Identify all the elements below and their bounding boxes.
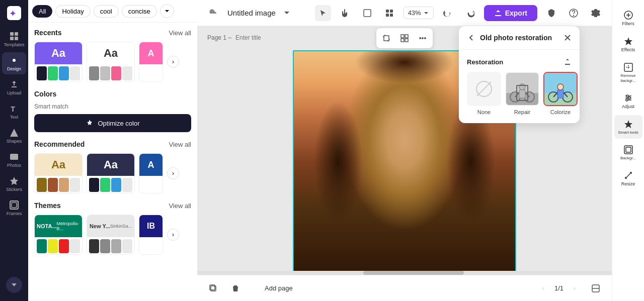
recommended-card-beige[interactable]: Aa	[34, 153, 83, 193]
right-tool-background[interactable]: Backgr...	[614, 141, 642, 164]
restoration-panel-body: Restoration None	[459, 50, 580, 123]
recents-title: Recents	[34, 29, 61, 37]
crop-icon	[382, 34, 390, 42]
help-button[interactable]	[566, 5, 582, 21]
doc-dropdown-button[interactable]	[282, 8, 292, 18]
shield-button[interactable]	[543, 5, 559, 21]
bottom-bar: Add page ‹ 1/1 ›	[197, 275, 612, 301]
restoration-option-repair[interactable]: Repair	[505, 72, 539, 115]
frame-tool-button[interactable]	[359, 5, 375, 21]
right-tool-smart-tools[interactable]: Smart tools	[614, 115, 642, 139]
delete-page-button[interactable]	[227, 280, 244, 296]
undo-button[interactable]	[440, 5, 456, 21]
svg-point-20	[574, 15, 574, 16]
tags-more-button[interactable]	[160, 4, 174, 18]
close-icon	[564, 34, 572, 42]
svg-point-52	[626, 95, 628, 97]
canvas-crop-button[interactable]	[378, 30, 394, 46]
theme-card-metropolis[interactable]: NOTA... Metropolis-B...	[34, 215, 83, 255]
zoom-control[interactable]: 43%	[404, 7, 434, 19]
svg-rect-21	[384, 36, 389, 41]
design-panel-scroll: Recents View all Aa Aa	[28, 23, 197, 301]
sidebar-expand-button[interactable]	[6, 277, 22, 293]
sidebar-item-photos[interactable]: Photos	[2, 149, 26, 171]
duplicate-page-button[interactable]	[205, 280, 221, 296]
svg-point-36	[519, 84, 525, 90]
right-tool-resize[interactable]: Resize	[614, 166, 642, 190]
svg-rect-17	[386, 14, 389, 17]
theme-card-newyork[interactable]: New Y... SinkinSa...	[87, 215, 135, 255]
layout-tool-button[interactable]	[381, 5, 397, 21]
add-page-button[interactable]: Add page	[250, 282, 297, 294]
effects-icon	[623, 36, 633, 46]
svg-line-35	[522, 89, 529, 97]
prev-page-button[interactable]: ‹	[536, 281, 550, 295]
sidebar-item-upload[interactable]: Upload	[2, 76, 26, 98]
canvas-transform-button[interactable]	[396, 30, 413, 46]
redo-button[interactable]	[462, 5, 478, 21]
restoration-close-button[interactable]	[564, 34, 572, 42]
recommended-view-all[interactable]: View all	[169, 141, 191, 148]
restoration-back-button[interactable]	[467, 33, 476, 42]
right-tool-adjust[interactable]: Adjust	[614, 89, 642, 113]
top-toolbar: Untitled image 43% Export	[197, 0, 612, 26]
restoration-share-icon	[564, 58, 572, 66]
tag-cool[interactable]: cool	[94, 5, 119, 18]
sidebar-item-frames[interactable]: Frames	[2, 197, 26, 219]
recent-card-gray[interactable]: Aa	[87, 42, 135, 82]
svg-rect-57	[626, 147, 631, 152]
themes-header: Themes View all	[34, 202, 191, 210]
themes-view-all[interactable]: View all	[169, 202, 191, 210]
svg-point-10	[12, 155, 14, 157]
recents-next-arrow[interactable]: ›	[167, 56, 179, 68]
colors-section: Colors Smart match Optimize color	[34, 90, 191, 132]
optimize-color-button[interactable]: Optimize color	[34, 114, 191, 132]
sidebar-item-shapes[interactable]: Shapes	[2, 125, 26, 147]
canvas-more-button[interactable]: •••	[415, 30, 431, 46]
svg-point-44	[557, 84, 564, 90]
recommended-row: Aa Aa A ›	[34, 153, 191, 193]
recent-card-purple[interactable]: Aa	[34, 42, 83, 82]
tag-all[interactable]: All	[32, 5, 52, 18]
cloud-icon	[208, 8, 218, 18]
next-page-button[interactable]: ›	[568, 281, 582, 295]
export-icon	[494, 9, 502, 17]
grid-icon	[591, 284, 600, 293]
document-title[interactable]: Untitled image	[227, 9, 276, 17]
svg-rect-13	[12, 203, 17, 208]
recommended-card-blue[interactable]: A	[139, 153, 163, 193]
themes-row: NOTA... Metropolis-B... New Y... SinkinS…	[34, 215, 191, 255]
export-button[interactable]: Export	[484, 5, 537, 21]
restoration-panel: Old photo restoration Restoration None	[459, 26, 580, 123]
smart-match-label: Smart match	[34, 103, 191, 110]
shield-icon	[546, 8, 556, 18]
restoration-option-colorize[interactable]: Colorize	[543, 72, 578, 115]
select-tool-button[interactable]	[315, 5, 331, 21]
right-tool-remove-bg[interactable]: Remove backgr...	[614, 58, 642, 87]
svg-rect-14	[364, 10, 371, 17]
sidebar-item-text[interactable]: T Text	[2, 101, 26, 123]
right-tool-filters[interactable]: Filters	[614, 6, 642, 30]
right-tool-effects[interactable]: Effects	[614, 32, 642, 56]
restoration-option-none[interactable]: None	[467, 72, 501, 115]
sidebar-item-templates[interactable]: Templates	[2, 28, 26, 50]
sidebar-item-design[interactable]: Design	[2, 52, 26, 74]
canvas-horizontal-scrollbar[interactable]	[197, 271, 612, 275]
frame-icon	[363, 9, 372, 18]
tag-holiday[interactable]: Holiday	[55, 5, 90, 18]
hand-tool-button[interactable]	[337, 5, 353, 21]
grid-view-button[interactable]	[588, 280, 604, 296]
design-panel: All Holiday cool concise Recents View al…	[28, 0, 197, 301]
cloud-save-button[interactable]	[205, 5, 221, 21]
recommended-card-dark[interactable]: Aa	[87, 153, 135, 193]
themes-next-arrow[interactable]: ›	[167, 229, 179, 241]
tag-concise[interactable]: concise	[122, 5, 157, 18]
recent-card-pink[interactable]: A	[139, 42, 163, 82]
settings-button[interactable]	[588, 5, 604, 21]
sidebar-item-stickers[interactable]: Stickers	[2, 173, 26, 195]
recommended-next-arrow[interactable]: ›	[167, 167, 179, 179]
restoration-section-title: Restoration	[467, 58, 572, 66]
theme-card-ib[interactable]: IB	[139, 215, 163, 255]
page-title-input[interactable]	[235, 34, 311, 41]
recents-view-all[interactable]: View all	[169, 29, 191, 37]
